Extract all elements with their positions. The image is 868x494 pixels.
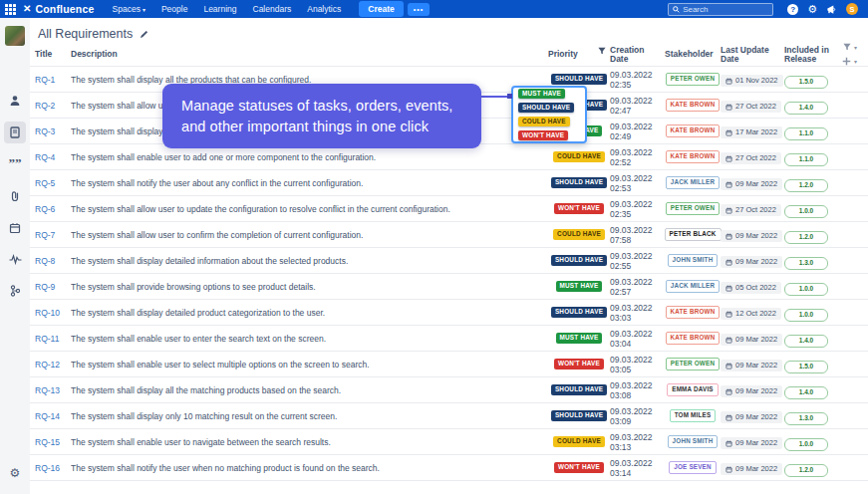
status-option-should[interactable]: SHOULD HAVE (518, 103, 574, 113)
last-update-date-badge[interactable]: 09 Mar 2022 (721, 230, 782, 243)
last-update-date-badge[interactable]: 12 Oct 2022 (721, 308, 781, 321)
release-badge[interactable]: 1.2.0 (784, 464, 828, 478)
priority-badge[interactable]: WON'T HAVE (554, 359, 604, 369)
stakeholder-badge[interactable]: PETER OWEN (666, 202, 720, 214)
requirement-link[interactable]: RQ-5 (35, 178, 71, 188)
table-row[interactable]: RQ-13 The system shall display all the m… (30, 377, 868, 403)
requirement-link[interactable]: RQ-4 (35, 152, 71, 162)
priority-filter-funnel-icon[interactable] (598, 47, 606, 58)
sidebar-item-hierarchy[interactable] (4, 280, 26, 302)
priority-badge[interactable]: COULD HAVE (553, 229, 605, 239)
release-badge[interactable]: 1.5.0 (784, 361, 828, 374)
priority-badge[interactable]: SHOULD HAVE (551, 177, 607, 187)
stakeholder-badge[interactable]: PETER BLACK (665, 228, 722, 240)
priority-badge[interactable]: MUST HAVE (556, 333, 603, 343)
sidebar-item-people[interactable] (4, 90, 26, 112)
last-update-date-badge[interactable]: 27 Oct 2022 (721, 101, 781, 114)
priority-badge[interactable]: SHOULD HAVE (551, 410, 607, 420)
stakeholder-badge[interactable]: KATE BROWN (666, 124, 721, 136)
confluence-logo[interactable]: ✕ Confluence (23, 3, 95, 15)
requirement-link[interactable]: RQ-14 (35, 411, 71, 421)
space-settings-gear-icon[interactable]: ⚙ (4, 462, 26, 484)
last-update-date-badge[interactable]: 09 Mar 2022 (721, 463, 782, 476)
sidebar-item-calendar[interactable] (4, 217, 26, 239)
last-update-date-badge[interactable]: 09 Mar 2022 (721, 385, 782, 398)
status-option-could[interactable]: COULD HAVE (518, 117, 570, 126)
top-nav-item-people[interactable]: People (153, 4, 195, 14)
create-button[interactable]: Create (359, 1, 403, 17)
table-row[interactable]: RQ-10 The system shall display detailed … (30, 300, 868, 326)
table-row[interactable]: RQ-14 The system shall display only 10 m… (30, 403, 868, 429)
last-update-date-badge[interactable]: 09 Mar 2022 (721, 411, 782, 424)
top-nav-item-calendars[interactable]: Calendars (245, 4, 300, 14)
release-badge[interactable]: 1.1.0 (784, 127, 828, 141)
table-row[interactable]: RQ-15 The system shall enable user to na… (30, 429, 868, 455)
sidebar-item-pages[interactable] (4, 122, 26, 143)
stakeholder-badge[interactable]: KATE BROWN (666, 332, 721, 344)
table-row[interactable]: RQ-6 The system shall allow user to upda… (30, 196, 868, 222)
release-badge[interactable]: 1.4.0 (784, 102, 828, 116)
stakeholder-badge[interactable]: PETER OWEN (666, 73, 720, 85)
requirement-link[interactable]: RQ-3 (35, 126, 71, 136)
requirement-link[interactable]: RQ-8 (35, 256, 71, 266)
last-update-date-badge[interactable]: 17 Mar 2022 (721, 126, 782, 139)
requirement-link[interactable]: RQ-13 (35, 385, 71, 395)
requirement-link[interactable]: RQ-6 (35, 204, 71, 214)
help-icon[interactable]: ? (787, 4, 798, 15)
more-button[interactable]: ••• (408, 3, 430, 16)
priority-badge[interactable]: WON'T HAVE (554, 462, 604, 472)
last-update-date-badge[interactable]: 27 Oct 2022 (721, 204, 781, 217)
edit-pencil-icon[interactable] (140, 30, 148, 39)
last-update-date-badge[interactable]: 09 Mar 2022 (721, 437, 782, 450)
stakeholder-badge[interactable]: KATE BROWN (666, 306, 721, 318)
priority-badge[interactable]: SHOULD HAVE (551, 74, 607, 84)
last-update-date-badge[interactable]: 09 Mar 2022 (721, 360, 782, 372)
table-row[interactable]: RQ-5 The system shall notify the user ab… (30, 170, 868, 196)
release-badge[interactable]: 1.1.0 (784, 153, 828, 167)
priority-badge[interactable]: SHOULD HAVE (551, 384, 607, 394)
release-badge[interactable]: 1.0.0 (784, 283, 828, 297)
priority-badge[interactable]: SHOULD HAVE (551, 307, 607, 317)
requirement-link[interactable]: RQ-11 (35, 334, 71, 344)
stakeholder-badge[interactable]: JACK MILLER (666, 280, 721, 292)
stakeholder-badge[interactable]: TOM MILES (670, 409, 717, 421)
stakeholder-badge[interactable]: JACK MILLER (666, 176, 721, 188)
priority-badge[interactable]: WON'T HAVE (554, 203, 604, 213)
release-badge[interactable]: 1.2.0 (784, 179, 828, 193)
requirement-link[interactable]: RQ-12 (35, 360, 71, 370)
status-dropdown[interactable]: MUST HAVESHOULD HAVECOULD HAVEWON'T HAVE (511, 86, 587, 143)
search-input[interactable]: Search (668, 3, 773, 16)
table-row[interactable]: RQ-12 The system shall enable user to se… (30, 352, 868, 377)
status-option-must[interactable]: MUST HAVE (518, 89, 565, 99)
table-row[interactable]: RQ-8 The system shall display detailed i… (30, 248, 868, 274)
stakeholder-badge[interactable]: JOHN SMITH (668, 435, 719, 447)
status-option-wont[interactable]: WON'T HAVE (518, 130, 568, 140)
settings-gear-icon[interactable]: ⚙ (807, 4, 817, 15)
last-update-date-badge[interactable]: 09 Mar 2022 (721, 334, 782, 347)
release-badge[interactable]: 1.2.0 (784, 231, 828, 245)
stakeholder-badge[interactable]: JOHN SMITH (668, 254, 719, 266)
stakeholder-badge[interactable]: KATE BROWN (666, 99, 721, 111)
requirement-link[interactable]: RQ-1 (35, 75, 71, 85)
app-switcher-icon[interactable] (0, 0, 20, 18)
sidebar-item-attachments[interactable] (4, 185, 26, 207)
table-row[interactable]: RQ-9 The system shall provide browsing o… (30, 274, 868, 300)
release-badge[interactable]: 1.3.0 (784, 412, 828, 426)
priority-badge[interactable]: MUST HAVE (556, 281, 603, 291)
priority-badge[interactable]: COULD HAVE (553, 436, 605, 446)
release-badge[interactable]: 1.4.0 (784, 386, 828, 400)
table-row[interactable]: RQ-7 The system shall allow user to conf… (30, 222, 868, 248)
user-avatar[interactable]: S (846, 3, 858, 15)
top-nav-item-learning[interactable]: Learning (195, 4, 244, 14)
stakeholder-badge[interactable]: JOE SEVEN (669, 461, 717, 473)
priority-badge[interactable]: SHOULD HAVE (551, 255, 607, 265)
requirement-link[interactable]: RQ-9 (35, 282, 71, 292)
space-avatar[interactable] (5, 26, 25, 46)
requirement-link[interactable]: RQ-7 (35, 230, 71, 240)
stakeholder-badge[interactable]: PETER OWEN (666, 358, 720, 370)
sidebar-item-activity[interactable] (4, 248, 26, 270)
release-badge[interactable]: 1.0.0 (784, 309, 828, 323)
last-update-date-badge[interactable]: 01 Nov 2022 (721, 75, 783, 88)
table-row[interactable]: RQ-16 The system shall notify the user w… (30, 455, 868, 481)
release-badge[interactable]: 1.3.0 (784, 257, 828, 271)
